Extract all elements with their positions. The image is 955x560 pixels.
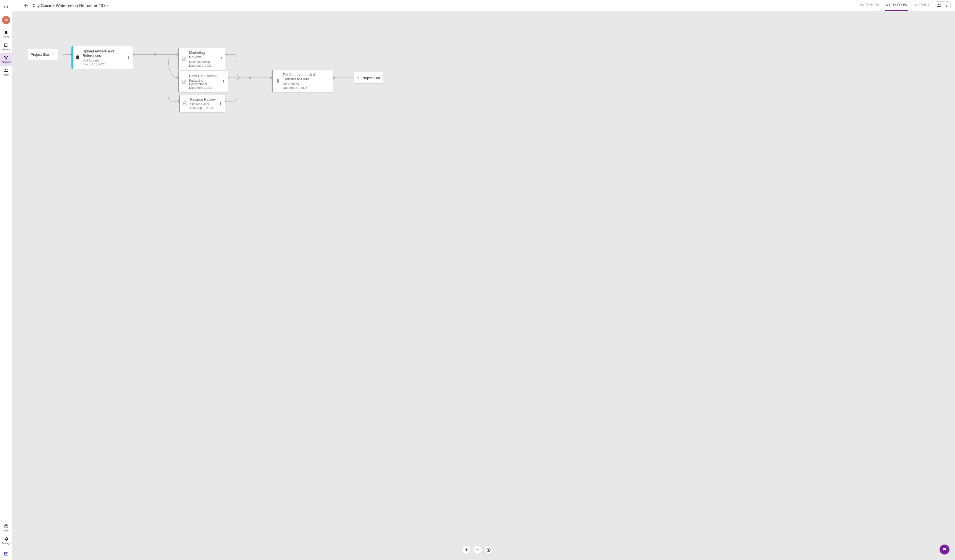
workflow-end-node[interactable]: Project End bbox=[354, 72, 383, 83]
svg-point-57 bbox=[329, 82, 329, 82]
node-menu-button[interactable] bbox=[219, 48, 224, 70]
more-vertical-icon bbox=[127, 55, 130, 59]
node-title: Finance Review bbox=[190, 97, 216, 102]
svg-point-6 bbox=[5, 7, 5, 8]
node-accent bbox=[179, 95, 180, 112]
header-tabs: OVERVIEW WORKFLOW HISTORY bbox=[859, 0, 931, 11]
zoom-controls bbox=[462, 546, 493, 554]
node-title: Upload Artwork and References bbox=[83, 49, 124, 58]
tab-workflow[interactable]: WORKFLOW bbox=[885, 0, 908, 11]
node-due: Due Jul 31, 2023 bbox=[83, 63, 124, 66]
user-avatar[interactable]: RR bbox=[2, 16, 10, 24]
svg-point-12 bbox=[5, 69, 6, 70]
settings-icon bbox=[3, 536, 9, 541]
sidebar-item-team[interactable]: Team bbox=[0, 66, 12, 78]
workflow-canvas[interactable]: Project Start Upload Artwork and Referen… bbox=[12, 11, 955, 560]
workflow-node-marketing[interactable]: Marketing Review Main Marketing Due Aug … bbox=[178, 48, 225, 70]
page-title: City Cuisine Watermelon Refresher 20 oz bbox=[33, 3, 108, 8]
header: City Cuisine Watermelon Refresher 20 oz … bbox=[12, 0, 955, 11]
add-after-start-icon[interactable] bbox=[52, 52, 55, 57]
chat-icon bbox=[942, 547, 947, 552]
more-vertical-icon bbox=[944, 3, 949, 8]
projects-icon bbox=[3, 55, 9, 60]
sidebar-item-help[interactable]: Help bbox=[0, 521, 12, 534]
workflow-node-pm[interactable]: PM Approve, Lock & Transfer to DAM Rio R… bbox=[272, 70, 333, 92]
svg-point-55 bbox=[329, 80, 329, 80]
share-button[interactable] bbox=[935, 2, 943, 9]
minus-icon bbox=[475, 547, 480, 552]
workflow-node-packdev[interactable]: Pack Dev Review Packaging Development Du… bbox=[178, 71, 228, 92]
workflow-start-node[interactable]: Project Start bbox=[28, 49, 58, 60]
brand-logo bbox=[0, 547, 12, 560]
svg-point-19 bbox=[939, 4, 941, 5]
svg-marker-17 bbox=[4, 554, 8, 555]
workflow-node-upload[interactable]: Upload Artwork and References Nick Libra… bbox=[72, 46, 133, 69]
svg-point-59 bbox=[488, 549, 489, 551]
review-icon bbox=[182, 95, 188, 112]
more-vertical-icon bbox=[222, 80, 225, 84]
node-due: Due Aug 21, 2023 bbox=[283, 86, 325, 89]
svg-point-2 bbox=[7, 5, 8, 6]
svg-point-46 bbox=[221, 59, 222, 60]
node-due: Due Aug 9, 2023 bbox=[190, 106, 216, 109]
zoom-fit-button[interactable] bbox=[484, 546, 493, 554]
svg-point-27 bbox=[154, 53, 157, 56]
workflow-node-finance[interactable]: Finance Review Simone Editor Due Aug 9, … bbox=[179, 95, 225, 112]
node-menu-button[interactable] bbox=[221, 71, 226, 92]
chat-fab[interactable] bbox=[939, 544, 949, 554]
sidebar-item-label: Settings bbox=[2, 542, 11, 544]
sidebar-item-projects[interactable]: Projects bbox=[0, 53, 12, 66]
node-accent bbox=[178, 71, 179, 92]
zoom-out-button[interactable] bbox=[473, 546, 482, 554]
home-icon bbox=[3, 30, 9, 35]
apps-menu-button[interactable] bbox=[0, 0, 12, 13]
arrow-left-icon bbox=[23, 3, 29, 8]
node-menu-button[interactable] bbox=[126, 46, 131, 69]
svg-point-7 bbox=[6, 7, 6, 8]
svg-point-44 bbox=[221, 57, 222, 58]
zoom-in-button[interactable] bbox=[462, 546, 471, 554]
node-due: Due Aug 7, 2023 bbox=[189, 86, 219, 89]
target-icon bbox=[486, 547, 491, 552]
node-accent bbox=[272, 70, 273, 92]
sidebar-item-assets[interactable]: Assets bbox=[0, 40, 12, 53]
svg-point-4 bbox=[6, 6, 6, 7]
svg-point-3 bbox=[5, 6, 5, 7]
tab-history[interactable]: HISTORY bbox=[913, 0, 931, 11]
add-before-end-icon[interactable] bbox=[357, 75, 360, 80]
svg-point-50 bbox=[223, 83, 224, 83]
node-menu-button[interactable] bbox=[218, 95, 223, 112]
team-icon bbox=[3, 68, 9, 73]
assets-icon bbox=[3, 42, 9, 47]
people-icon bbox=[936, 3, 941, 8]
node-assignee: Main Marketing bbox=[189, 60, 217, 63]
tab-overview[interactable]: OVERVIEW bbox=[859, 0, 880, 11]
review-icon bbox=[181, 71, 188, 92]
svg-point-49 bbox=[223, 81, 224, 82]
svg-marker-16 bbox=[6, 551, 8, 554]
sidebar-nav: Home Assets Projects Team bbox=[0, 28, 12, 78]
node-assignee: Packaging Development bbox=[189, 79, 219, 86]
sidebar: RR Home Assets Projects Team Help Settin… bbox=[0, 0, 12, 560]
node-title: Marketing Review bbox=[189, 50, 217, 59]
svg-point-18 bbox=[938, 4, 939, 5]
end-label: Project End bbox=[362, 76, 380, 80]
svg-point-22 bbox=[946, 6, 947, 7]
sidebar-item-label: Projects bbox=[2, 61, 11, 63]
sidebar-item-settings[interactable]: Settings bbox=[0, 534, 12, 547]
svg-point-42 bbox=[128, 58, 129, 59]
node-assignee: Rio Rhodes bbox=[283, 82, 325, 86]
start-label: Project Start bbox=[31, 52, 50, 56]
svg-point-35 bbox=[249, 77, 252, 79]
review-icon bbox=[181, 48, 188, 70]
back-button[interactable] bbox=[22, 0, 31, 10]
node-due: Due Aug 2, 2023 bbox=[189, 64, 217, 67]
more-vertical-icon bbox=[219, 57, 223, 61]
node-menu-button[interactable] bbox=[327, 70, 332, 92]
task-icon bbox=[275, 70, 281, 92]
svg-point-48 bbox=[223, 80, 224, 81]
svg-point-53 bbox=[220, 103, 221, 104]
svg-point-52 bbox=[220, 102, 221, 103]
more-button[interactable] bbox=[943, 2, 950, 9]
sidebar-item-home[interactable]: Home bbox=[0, 28, 12, 40]
